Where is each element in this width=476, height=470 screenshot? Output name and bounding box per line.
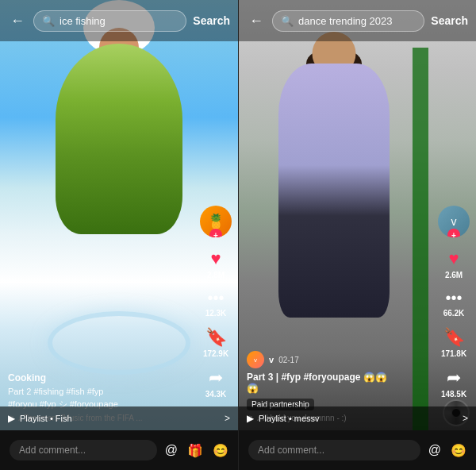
left-share-icon: ➦: [209, 368, 223, 388]
right-share-icon: ➦: [447, 368, 461, 388]
right-action-buttons: v + ♥ 2.6M ••• 66.2K 🔖 171.8K ➦ 148.5K: [438, 206, 470, 399]
right-comment-button[interactable]: ••• 66.2K: [443, 289, 465, 318]
ice-fishing-circle: [48, 311, 190, 375]
left-comment-button[interactable]: ••• 12.3K: [205, 289, 227, 318]
right-emoji-icon[interactable]: 😊: [451, 443, 466, 458]
person-body: [56, 44, 182, 234]
left-at-icon[interactable]: @: [165, 443, 178, 457]
person-body-right: [278, 64, 390, 318]
right-search-icon: 🔍: [281, 15, 294, 27]
right-heart-icon: ♥: [448, 248, 459, 269]
right-comment-icon: •••: [445, 289, 462, 307]
right-like-button[interactable]: ♥ 2.6M: [445, 248, 463, 279]
left-comment-icons: @ 🎁 😊: [165, 443, 228, 458]
left-playlist-label: Playlist • Fish: [20, 414, 72, 423]
left-avatar-button[interactable]: 🍍 +: [200, 206, 232, 239]
right-avatar-button[interactable]: v +: [438, 206, 470, 239]
right-playlist-icon: ▶: [247, 413, 254, 424]
left-search-query[interactable]: ice fishing: [60, 15, 178, 27]
left-search-bar: ← 🔍 ice fishing Search: [0, 0, 238, 41]
right-search-bar: ← 🔍 dance trending 2023 Search: [239, 0, 476, 41]
left-heart-icon: ♥: [210, 248, 221, 269]
right-date: 02-17: [278, 356, 299, 364]
right-search-button[interactable]: Search: [431, 14, 468, 27]
left-playlist-icon: ▶: [8, 413, 15, 424]
right-share-button[interactable]: ➦ 148.5K: [441, 368, 466, 399]
right-bookmark-icon: 🔖: [443, 327, 465, 348]
right-follow-badge: +: [447, 229, 460, 237]
right-comment-count: 66.2K: [443, 309, 465, 318]
left-like-button[interactable]: ♥ 2.8M: [207, 248, 225, 279]
right-at-icon[interactable]: @: [428, 443, 441, 457]
right-bookmark-count: 171.8K: [441, 349, 466, 358]
left-video-title: Cooking: [8, 372, 190, 383]
right-playlist-chevron[interactable]: >: [463, 413, 468, 424]
right-back-button[interactable]: ←: [247, 11, 266, 30]
left-action-buttons: 🍍 + ♥ 2.8M ••• 12.3K 🔖 172.9K ➦ 34.3K: [200, 206, 232, 399]
left-comment-icon: •••: [207, 289, 224, 307]
left-person: [56, 44, 182, 234]
left-panel: ← 🔍 ice fishing Search 🍍 + ♥ 2.8M ••• 12…: [0, 0, 238, 470]
left-playlist-bar[interactable]: ▶ Playlist • Fish >: [0, 406, 238, 430]
right-search-input-wrap[interactable]: 🔍 dance trending 2023: [272, 10, 424, 32]
left-playlist-chevron[interactable]: >: [225, 413, 230, 424]
right-comment-bar: Add comment... @ 😊: [239, 430, 476, 470]
right-search-query[interactable]: dance trending 2023: [298, 15, 416, 27]
right-share-count: 148.5K: [441, 390, 466, 399]
left-follow-badge: +: [209, 229, 222, 237]
left-playlist-info: ▶ Playlist • Fish: [8, 413, 72, 424]
right-video-title: Part 3 | #fyp #foryoupage 😱😱 😱: [247, 372, 428, 394]
right-comment-icons: @ 😊: [428, 443, 466, 458]
left-bookmark-icon: 🔖: [205, 327, 227, 348]
left-bookmark-button[interactable]: 🔖 172.9K: [203, 327, 228, 358]
right-playlist-bar[interactable]: ▶ Playlist • messv >: [239, 406, 476, 430]
left-comment-input[interactable]: Add comment...: [10, 440, 157, 460]
left-comment-count: 12.3K: [205, 309, 227, 318]
right-person: [278, 64, 390, 318]
right-bookmark-button[interactable]: 🔖 171.8K: [441, 327, 466, 358]
left-search-button[interactable]: Search: [193, 14, 230, 27]
left-comment-bar: Add comment... @ 🎁 😊: [0, 430, 238, 470]
right-comment-input[interactable]: Add comment...: [248, 440, 420, 460]
left-search-icon: 🔍: [42, 15, 55, 27]
left-share-count: 34.3K: [205, 390, 227, 399]
right-username: v: [269, 355, 274, 364]
right-like-count: 2.6M: [445, 271, 463, 279]
right-username-avatar: v: [247, 351, 264, 368]
right-playlist-label: Playlist • messv: [259, 414, 320, 423]
right-playlist-info: ▶ Playlist • messv: [247, 413, 320, 424]
left-bookmark-count: 172.9K: [203, 349, 228, 358]
left-search-input-wrap[interactable]: 🔍 ice fishing: [33, 10, 186, 32]
left-share-button[interactable]: ➦ 34.3K: [205, 368, 227, 399]
left-like-count: 2.8M: [207, 271, 225, 279]
left-gift-icon[interactable]: 🎁: [187, 443, 203, 458]
left-back-button[interactable]: ←: [8, 11, 27, 30]
left-emoji-icon[interactable]: 😊: [213, 443, 228, 458]
right-panel: ← 🔍 dance trending 2023 Search v + ♥ 2.6…: [238, 0, 476, 470]
right-username-row: v v 02-17: [247, 351, 428, 368]
